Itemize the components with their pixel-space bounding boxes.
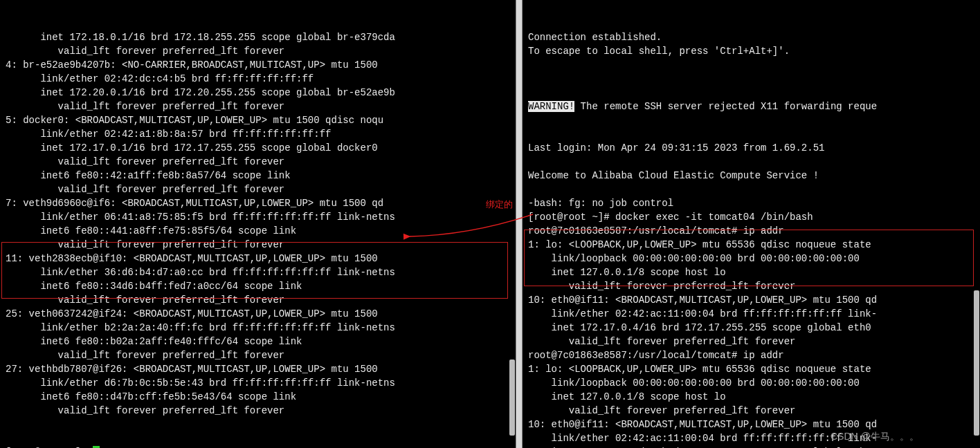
terminal-line: inet 172.17.0.4/16 brd 172.17.255.255 sc… — [528, 445, 977, 448]
terminal-line — [528, 58, 977, 72]
terminal-line: link/ether 36:d6:b4:d7:a0:cc brd ff:ff:f… — [6, 265, 510, 279]
terminal-line: 1: lo: <LOOPBACK,UP,LOWER_UP> mtu 65536 … — [528, 238, 977, 252]
terminal-left-pane[interactable]: inet 172.18.0.1/16 brd 172.18.255.255 sc… — [0, 0, 516, 448]
watermark-text: CSDN @牛马。。。 — [831, 429, 919, 443]
terminal-line: link/ether 02:42:a1:8b:8a:57 brd ff:ff:f… — [6, 127, 510, 141]
terminal-line: link/ether 02:42:ac:11:00:04 brd ff:ff:f… — [528, 307, 977, 321]
terminal-line: link/ether 02:42:dc:c4:b5 brd ff:ff:ff:f… — [6, 72, 510, 86]
terminal-line: inet6 fe80::d47b:cff:fe5b:5e43/64 scope … — [6, 390, 510, 404]
terminal-line: link/ether b2:2a:2a:40:ff:fc brd ff:ff:f… — [6, 321, 510, 335]
terminal-line: 5: docker0: <BROADCAST,MULTICAST,UP,LOWE… — [6, 113, 510, 127]
split-terminal-container: inet 172.18.0.1/16 brd 172.18.255.255 sc… — [0, 0, 980, 448]
terminal-line: inet 172.20.0.1/16 brd 172.20.255.255 sc… — [6, 86, 510, 100]
terminal-line: valid_lft forever preferred_lft forever — [6, 404, 510, 418]
scroll-thumb-right[interactable] — [974, 290, 979, 436]
terminal-line: inet 127.0.0.1/8 scope host lo — [528, 265, 977, 279]
terminal-line: Last login: Mon Apr 24 09:31:15 2023 fro… — [528, 141, 977, 155]
terminal-line: To escape to local shell, press 'Ctrl+Al… — [528, 44, 977, 58]
scrollbar-right[interactable] — [973, 0, 980, 448]
terminal-line: 25: veth0637242@if24: <BROADCAST,MULTICA… — [6, 307, 510, 321]
terminal-line: inet6 fe80::42:a1ff:fe8b:8a57/64 scope l… — [6, 169, 510, 183]
terminal-line: valid_lft forever preferred_lft forever — [528, 335, 977, 348]
terminal-line: valid_lft forever preferred_lft forever — [6, 44, 510, 58]
terminal-line: Welcome to Alibaba Cloud Elastic Compute… — [528, 169, 977, 183]
terminal-line: link/loopback 00:00:00:00:00:00 brd 00:0… — [528, 252, 977, 265]
terminal-line: link/ether d6:7b:0c:5b:5e:43 brd ff:ff:f… — [6, 376, 510, 390]
terminal-left-prompt-line[interactable]: [root@root ~]# — [6, 445, 510, 448]
pane-divider[interactable] — [516, 0, 523, 448]
terminal-line: valid_lft forever preferred_lft forever — [528, 404, 977, 418]
terminal-line — [528, 183, 977, 196]
warning-text: The remote SSH server rejected X11 forwa… — [574, 101, 877, 112]
terminal-line: inet 172.17.0.4/16 brd 172.17.255.255 sc… — [528, 321, 977, 335]
terminal-line: valid_lft forever preferred_lft forever — [6, 293, 510, 307]
terminal-right-output-pre: Connection established.To escape to loca… — [528, 30, 977, 72]
terminal-line: valid_lft forever preferred_lft forever — [528, 279, 977, 293]
warning-line: WARNING! The remote SSH server rejected … — [528, 100, 977, 113]
terminal-line: link/ether 06:41:a8:75:85:f5 brd ff:ff:f… — [6, 210, 510, 224]
terminal-line: inet 127.0.0.1/8 scope host lo — [528, 390, 977, 404]
terminal-line: 1: lo: <LOOPBACK,UP,LOWER_UP> mtu 65536 … — [528, 362, 977, 376]
terminal-line: [root@root ~]# docker exec -it tomcat04 … — [528, 210, 977, 224]
scrollbar-left[interactable] — [509, 0, 516, 448]
terminal-line: 10: eth0@if11: <BROADCAST,MULTICAST,UP,L… — [528, 293, 977, 307]
terminal-line: inet6 fe80::b02a:2aff:fe40:fffc/64 scope… — [6, 335, 510, 348]
terminal-line: inet 172.18.0.1/16 brd 172.18.255.255 sc… — [6, 30, 510, 44]
terminal-line — [528, 155, 977, 169]
terminal-line: root@7c01863e8587:/usr/local/tomcat# ip … — [528, 348, 977, 362]
terminal-line: -bash: fg: no job control — [528, 196, 977, 210]
terminal-left-output: inet 172.18.0.1/16 brd 172.18.255.255 sc… — [6, 30, 510, 418]
terminal-line: link/loopback 00:00:00:00:00:00 brd 00:0… — [528, 376, 977, 390]
terminal-line: inet6 fe80::441:a8ff:fe75:85f5/64 scope … — [6, 224, 510, 238]
terminal-line: valid_lft forever preferred_lft forever — [6, 183, 510, 196]
terminal-line: root@7c01863e8587:/usr/local/tomcat# ip … — [528, 224, 977, 238]
terminal-line: inet6 fe80::34d6:b4ff:fed7:a0cc/64 scope… — [6, 279, 510, 293]
terminal-line: valid_lft forever preferred_lft forever — [6, 348, 510, 362]
terminal-line: 11: veth2838ecb@if10: <BROADCAST,MULTICA… — [6, 252, 510, 265]
terminal-line: valid_lft forever preferred_lft forever — [6, 238, 510, 252]
terminal-right-pane[interactable]: Connection established.To escape to loca… — [523, 0, 980, 448]
terminal-line: valid_lft forever preferred_lft forever — [6, 155, 510, 169]
terminal-line: 4: br-e52ae9b4207b: <NO-CARRIER,BROADCAS… — [6, 58, 510, 72]
terminal-line: 27: vethbdb7807@if26: <BROADCAST,MULTICA… — [6, 362, 510, 376]
terminal-line: Connection established. — [528, 30, 977, 44]
warning-label: WARNING! — [528, 101, 574, 112]
terminal-right-output-post: Last login: Mon Apr 24 09:31:15 2023 fro… — [528, 141, 977, 448]
terminal-line: inet 172.17.0.1/16 brd 172.17.255.255 sc… — [6, 141, 510, 155]
terminal-line: valid_lft forever preferred_lft forever — [6, 100, 510, 113]
scroll-thumb-left[interactable] — [509, 360, 515, 436]
terminal-line: 7: veth9d6960c@if6: <BROADCAST,MULTICAST… — [6, 196, 510, 210]
